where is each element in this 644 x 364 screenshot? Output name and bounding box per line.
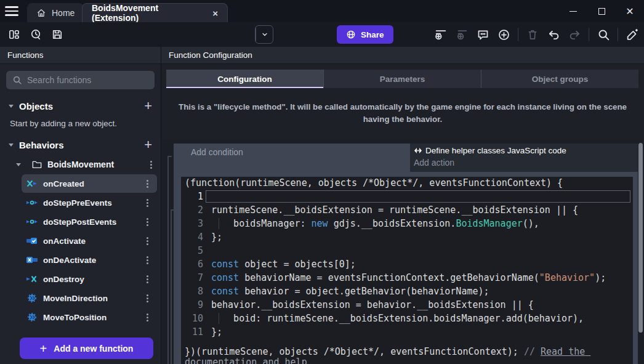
item-menu-icon[interactable] bbox=[147, 183, 148, 185]
function-item-movetoposition[interactable]: MoveToPosition bbox=[22, 308, 157, 326]
add-circle-icon[interactable] bbox=[497, 28, 510, 41]
vertical-scrollbar[interactable] bbox=[638, 143, 643, 333]
code-line: 7const behaviorName = eventsFunctionCont… bbox=[181, 271, 633, 285]
js-event-title[interactable]: Define helper classes JavaScript code bbox=[414, 146, 638, 155]
function-item-label: doStepPreEvents bbox=[43, 198, 112, 208]
lifecycle-description: This is a "lifecycle method". It will be… bbox=[174, 101, 632, 126]
collapse-arrow-icon[interactable] bbox=[9, 144, 14, 147]
function-item-dosteppostevents[interactable]: doStepPostEvents bbox=[22, 212, 157, 231]
add-subevent-icon[interactable] bbox=[455, 28, 469, 41]
gear-icon bbox=[26, 313, 38, 322]
event-indent-rail bbox=[171, 209, 172, 364]
function-item-ondeactivate[interactable]: onDeActivate bbox=[22, 251, 157, 269]
collapse-arrow-icon[interactable] bbox=[9, 105, 14, 108]
item-menu-icon[interactable] bbox=[147, 202, 148, 204]
function-item-ondestroy[interactable]: onDestroy bbox=[22, 270, 157, 288]
undo-icon[interactable] bbox=[547, 28, 560, 41]
project-manager-icon[interactable] bbox=[7, 28, 21, 41]
code-line: 6const object = objects[0]; bbox=[181, 257, 633, 271]
share-button[interactable]: Share bbox=[337, 25, 393, 44]
objects-section-title: Objects bbox=[19, 101, 53, 111]
activate-icon bbox=[26, 237, 38, 245]
save-icon[interactable] bbox=[50, 28, 64, 41]
js-code-event: Add condition Define helper classes Java… bbox=[174, 144, 638, 364]
code-line: 5 bbox=[181, 244, 633, 257]
code-line: (function(runtimeScene, objects /*Object… bbox=[181, 177, 633, 190]
window-close-button[interactable]: ✕ bbox=[616, 0, 644, 22]
item-menu-icon[interactable] bbox=[147, 221, 148, 223]
toolbar-separator bbox=[589, 28, 589, 41]
add-comment-icon[interactable] bbox=[476, 28, 489, 41]
code-line: 9behavior.__boidsExtension = behavior.__… bbox=[181, 298, 633, 312]
add-action-button[interactable]: Add action bbox=[414, 158, 638, 168]
behaviors-section-header[interactable]: Behaviors + bbox=[0, 137, 161, 153]
event-indent-rail bbox=[167, 156, 169, 364]
tab-object-groups[interactable]: Object groups bbox=[481, 70, 638, 88]
code-line: })(runtimeScene, objects /*Object*/, eve… bbox=[181, 347, 633, 364]
item-menu-icon[interactable] bbox=[147, 259, 148, 261]
function-item-label: onCreated bbox=[43, 179, 84, 188]
home-icon bbox=[36, 8, 46, 18]
step-events-icon bbox=[26, 217, 38, 226]
oncreated-icon bbox=[26, 179, 38, 188]
tab-boidsmovement[interactable]: BoidsMovement (Extension) × bbox=[82, 3, 228, 22]
window-maximize-button[interactable] bbox=[587, 0, 616, 22]
function-item-label: onActivate bbox=[43, 237, 86, 246]
tab-home-label: Home bbox=[52, 8, 74, 18]
events-sheet: Add condition Define helper classes Java… bbox=[161, 139, 644, 364]
function-item-moveindirection[interactable]: MoveInDirection bbox=[22, 289, 157, 307]
js-code-icon bbox=[414, 147, 422, 154]
code-line: 3 boidsManager: new gdjs.__boidsExtensio… bbox=[181, 217, 633, 230]
function-item-label: MoveToPosition bbox=[43, 313, 107, 322]
item-menu-icon[interactable] bbox=[147, 317, 148, 318]
search-functions-input[interactable] bbox=[27, 75, 148, 85]
tab-parameters[interactable]: Parameters bbox=[323, 70, 481, 88]
redo-icon[interactable] bbox=[568, 28, 581, 41]
item-menu-icon[interactable] bbox=[150, 164, 152, 166]
add-object-button[interactable]: + bbox=[144, 100, 152, 112]
preview-dropdown-button[interactable] bbox=[256, 26, 273, 43]
function-item-label: MoveInDirection bbox=[43, 294, 108, 303]
function-configuration-panel: Function Configuration Configuration Par… bbox=[161, 47, 644, 364]
app-window: Home BoidsMovement (Extension) × ✕ bbox=[0, 0, 644, 364]
collapse-arrow-icon[interactable] bbox=[16, 163, 21, 166]
code-line: 10 boid: runtimeScene.__boidsExtension.b… bbox=[181, 312, 633, 325]
toolbar: Preview Share bbox=[0, 22, 644, 47]
tab-home[interactable]: Home bbox=[27, 3, 84, 22]
objects-empty-hint: Start by adding a new object. bbox=[0, 119, 161, 128]
preview-button[interactable]: Preview bbox=[255, 25, 273, 44]
titlebar: Home BoidsMovement (Extension) × ✕ bbox=[0, 0, 644, 22]
folder-label: BoidsMovement bbox=[47, 160, 114, 169]
objects-section-header[interactable]: Objects + bbox=[0, 98, 161, 114]
toolbar-separator bbox=[518, 28, 518, 41]
delete-icon[interactable] bbox=[526, 28, 539, 41]
tab-configuration[interactable]: Configuration bbox=[166, 70, 323, 88]
hamburger-menu-icon[interactable] bbox=[5, 4, 21, 18]
function-item-label: onDestroy bbox=[43, 275, 84, 284]
destroy-icon bbox=[26, 275, 38, 283]
edit-extension-icon[interactable] bbox=[626, 28, 639, 41]
function-item-oncreated[interactable]: onCreated bbox=[22, 174, 157, 193]
window-minimize-button[interactable] bbox=[559, 0, 587, 22]
item-menu-icon[interactable] bbox=[147, 278, 148, 280]
function-item-onactivate[interactable]: onActivate bbox=[22, 232, 157, 250]
javascript-code-editor[interactable]: (function(runtimeScene, objects /*Object… bbox=[181, 177, 633, 364]
item-menu-icon[interactable] bbox=[147, 297, 148, 299]
code-line: 4}; bbox=[181, 230, 633, 244]
add-new-function-button[interactable]: + Add a new function bbox=[20, 338, 153, 359]
search-icon[interactable] bbox=[597, 28, 610, 41]
version-history-icon[interactable] bbox=[29, 28, 42, 41]
search-functions-box[interactable] bbox=[6, 71, 155, 89]
add-behavior-button[interactable]: + bbox=[144, 139, 152, 151]
add-event-icon[interactable] bbox=[434, 28, 448, 41]
chevron-down-icon bbox=[261, 31, 268, 38]
tab-close-icon[interactable]: × bbox=[212, 9, 218, 18]
plus-icon: + bbox=[40, 342, 47, 355]
step-events-icon bbox=[26, 198, 38, 207]
function-item-dostepprevents[interactable]: doStepPreEvents bbox=[22, 193, 157, 212]
globe-icon bbox=[346, 30, 356, 39]
add-condition-button[interactable]: Add condition bbox=[174, 144, 410, 172]
behavior-folder-boidsmovement[interactable]: BoidsMovement bbox=[0, 155, 161, 174]
function-configuration-header: Function Configuration bbox=[161, 47, 644, 64]
item-menu-icon[interactable] bbox=[147, 240, 148, 242]
